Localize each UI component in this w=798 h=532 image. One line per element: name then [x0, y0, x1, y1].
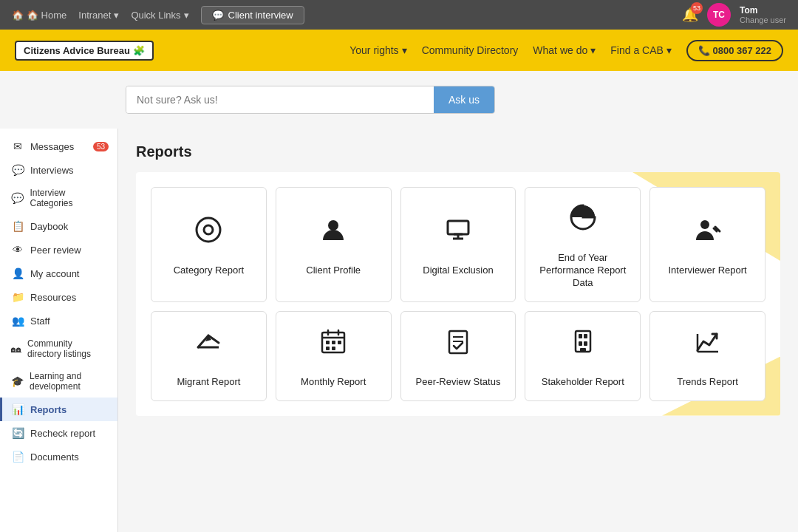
home-nav-item[interactable]: 🏠 🏠 Home: [12, 10, 66, 21]
messages-icon: ✉: [11, 140, 24, 152]
report-card-client[interactable]: Client Profile: [276, 187, 392, 302]
endofyear-report-label: End of Year Performance Report Data: [533, 252, 632, 290]
client-interview-button[interactable]: 💬 Client interview: [201, 6, 304, 24]
your-rights-chevron-icon: ▾: [402, 44, 407, 56]
top-nav-right: 🔔 53 TC Tom Change user: [682, 3, 786, 27]
sidebar-item-recheck[interactable]: 🔄 Recheck report: [0, 421, 117, 445]
sidebar-label-daybook: Daybook: [30, 221, 68, 232]
sidebar-label-peer-review: Peer review: [30, 245, 81, 256]
interviewer-report-label: Interviewer Report: [668, 265, 746, 277]
community-icon: 🏘: [11, 343, 21, 355]
sidebar-item-daybook[interactable]: 📋 Daybook: [0, 214, 117, 238]
top-nav: 🏠 🏠 Home Intranet ▾ Quick Links ▾ 💬 Clie…: [0, 0, 798, 30]
find-a-cab-nav[interactable]: Find a CAB ▾: [610, 44, 672, 56]
sidebar-item-resources[interactable]: 📁 Resources: [0, 285, 117, 309]
interviewer-report-icon: [693, 215, 723, 257]
report-card-migrant[interactable]: Migrant Report: [151, 311, 267, 401]
svg-rect-26: [580, 348, 586, 352]
endofyear-report-icon: [568, 202, 598, 245]
sidebar-label-learning: Learning and development: [30, 371, 109, 392]
report-card-trends[interactable]: Trends Report: [649, 311, 765, 401]
page-title: Reports: [136, 143, 780, 160]
search-box: Ask us: [126, 86, 495, 114]
sidebar-item-interviews[interactable]: 💬 Interviews: [0, 158, 117, 182]
category-report-label: Category Report: [174, 265, 244, 277]
phone-button[interactable]: 📞 0800 367 222: [686, 40, 783, 61]
digital-report-icon: [443, 215, 473, 257]
search-button[interactable]: Ask us: [434, 86, 494, 113]
sidebar-item-messages[interactable]: ✉ Messages 53: [0, 134, 117, 158]
intranet-chevron-icon: ▾: [114, 10, 119, 21]
your-rights-nav[interactable]: Your rights ▾: [349, 44, 406, 56]
report-card-interviewer[interactable]: Interviewer Report: [649, 187, 765, 302]
sidebar-item-interview-categories[interactable]: 💬 Interview Categories: [0, 182, 117, 214]
resources-icon: 📁: [11, 291, 24, 303]
migrant-report-label: Migrant Report: [177, 376, 240, 389]
what-we-do-nav[interactable]: What we do ▾: [533, 44, 596, 56]
client-report-icon: [318, 215, 348, 257]
sidebar-label-recheck: Recheck report: [30, 428, 95, 439]
sidebar-label-reports: Reports: [30, 404, 66, 415]
logo-text: Citizens Advice Bureau: [24, 45, 130, 56]
sidebar-item-learning[interactable]: 🎓 Learning and development: [0, 365, 117, 398]
sidebar-item-my-account[interactable]: 👤 My account: [0, 262, 117, 285]
svg-point-2: [328, 220, 338, 231]
sidebar-label-messages: Messages: [30, 141, 74, 152]
sidebar-label-documents: Documents: [30, 451, 79, 463]
trends-report-label: Trends Report: [677, 376, 738, 389]
svg-rect-15: [338, 341, 341, 344]
change-user-link[interactable]: Change user: [740, 16, 786, 24]
learning-icon: 🎓: [11, 375, 24, 387]
sidebar-label-interview-cat: Interview Categories: [30, 188, 109, 208]
report-card-category[interactable]: Category Report: [151, 187, 267, 302]
user-name: Tom: [740, 5, 786, 16]
svg-point-1: [204, 225, 213, 234]
reports-grid: Category Report Client Profile: [151, 187, 765, 401]
peerreview-report-label: Peer-Review Status: [416, 376, 501, 389]
notification-bell[interactable]: 🔔 53: [682, 7, 698, 23]
report-card-digital[interactable]: Digital Exclusion: [400, 187, 516, 302]
intranet-label: Intranet: [78, 10, 111, 21]
report-card-peerreview[interactable]: Peer-Review Status: [400, 311, 516, 401]
trends-report-icon: [693, 327, 723, 369]
stakeholder-report-label: Stakeholder Report: [542, 376, 624, 389]
notification-badge: 53: [691, 2, 703, 14]
search-area: Ask us: [0, 71, 798, 129]
report-card-endofyear[interactable]: End of Year Performance Report Data: [525, 187, 641, 302]
messages-badge: 53: [93, 142, 109, 151]
community-directory-nav[interactable]: Community Directory: [422, 44, 519, 56]
user-info[interactable]: Tom Change user: [740, 5, 786, 24]
search-input[interactable]: [126, 86, 434, 113]
staff-icon: 👥: [11, 315, 24, 327]
sidebar-item-peer-review[interactable]: 👁 Peer review: [0, 238, 117, 262]
client-interview-label: Client interview: [228, 10, 293, 21]
peerreview-report-icon: [443, 327, 473, 369]
svg-rect-22: [579, 334, 582, 338]
quicklinks-nav-item[interactable]: Quick Links ▾: [131, 10, 188, 21]
brand-logo[interactable]: Citizens Advice Bureau 🧩: [15, 41, 154, 61]
find-cab-chevron-icon: ▾: [666, 44, 672, 56]
monthly-report-label: Monthly Report: [301, 376, 366, 389]
intranet-nav-item[interactable]: Intranet ▾: [78, 10, 119, 21]
migrant-report-icon: [194, 327, 223, 369]
daybook-icon: 📋: [11, 220, 24, 232]
reports-icon: 📊: [11, 403, 24, 415]
svg-rect-14: [332, 341, 335, 344]
sidebar-item-documents[interactable]: 📄 Documents: [0, 445, 117, 468]
interviews-icon: 💬: [11, 164, 24, 176]
monthly-report-icon: [318, 327, 348, 369]
sidebar-item-staff[interactable]: 👥 Staff: [0, 309, 117, 332]
sidebar-item-community[interactable]: 🏘 Community directory listings: [0, 332, 117, 365]
sidebar-label-staff: Staff: [30, 316, 50, 327]
home-label: 🏠 Home: [27, 10, 66, 21]
client-report-label: Client Profile: [306, 265, 361, 277]
user-avatar[interactable]: TC: [707, 3, 731, 27]
chat-icon: 💬: [212, 10, 224, 21]
documents-icon: 📄: [11, 451, 24, 463]
sidebar-item-reports[interactable]: 📊 Reports: [0, 398, 117, 421]
report-card-stakeholder[interactable]: Stakeholder Report: [525, 311, 641, 401]
svg-rect-3: [448, 221, 468, 234]
category-report-icon: [194, 215, 223, 257]
report-card-monthly[interactable]: Monthly Report: [276, 311, 392, 401]
sidebar-label-interviews: Interviews: [30, 165, 74, 176]
